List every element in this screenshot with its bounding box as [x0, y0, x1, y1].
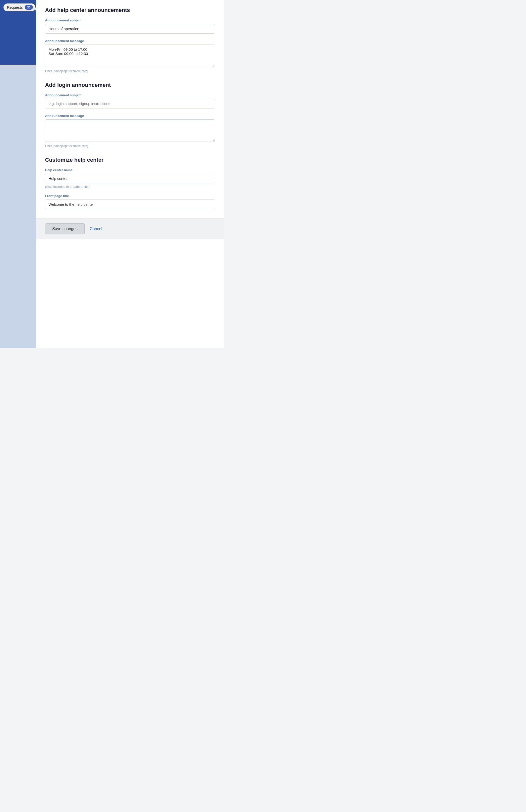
login-subject-field-group: Announcement subject — [45, 93, 215, 108]
requests-count-badge: 30 — [25, 5, 33, 10]
front-page-title-field-group: Front page title — [45, 194, 215, 209]
help-center-subject-field-group: Announcement subject — [45, 18, 215, 33]
help-center-message-label: Announcement message — [45, 39, 215, 43]
requests-label: Requests — [7, 5, 23, 10]
footer-bar: Save changes Cancel — [36, 218, 224, 239]
login-message-textarea[interactable] — [45, 119, 215, 142]
login-subject-label: Announcement subject — [45, 93, 215, 97]
save-changes-button[interactable]: Save changes — [45, 223, 85, 234]
requests-button[interactable]: Requests 30 — [3, 3, 35, 11]
sidebar: Requests 30 🦊 — [0, 0, 36, 348]
main-content: Add help center announcements Announceme… — [36, 0, 224, 348]
login-message-field-group: Announcement message Links [name|http://… — [45, 114, 215, 148]
help-center-name-input[interactable] — [45, 174, 215, 183]
front-page-title-label: Front page title — [45, 194, 215, 198]
help-center-links-hint: Links [name|http://example.com] — [45, 69, 215, 73]
help-center-announcements-section: Add help center announcements Announceme… — [45, 7, 215, 73]
breadcrumb-hint: (Also included in breadcrumbs) — [45, 185, 215, 189]
help-center-message-textarea[interactable]: Mon-Fri: 09:00 to 17:00 Sat-Sun: 09:00 t… — [45, 45, 215, 67]
login-links-hint: Links [name|http://example.com] — [45, 144, 215, 148]
login-announcement-title: Add login announcement — [45, 82, 215, 88]
customize-help-center-title: Customize help center — [45, 157, 215, 163]
login-announcement-section: Add login announcement Announcement subj… — [45, 82, 215, 148]
cancel-button[interactable]: Cancel — [90, 227, 102, 231]
sidebar-bottom — [0, 65, 36, 348]
help-center-announcements-title: Add help center announcements — [45, 7, 215, 13]
login-message-label: Announcement message — [45, 114, 215, 118]
login-subject-input[interactable] — [45, 99, 215, 108]
front-page-title-input[interactable] — [45, 200, 215, 209]
help-center-subject-input[interactable] — [45, 24, 215, 33]
customize-help-center-section: Customize help center Help center name (… — [45, 157, 215, 209]
help-center-name-field-group: Help center name (Also included in bread… — [45, 168, 215, 189]
help-center-subject-label: Announcement subject — [45, 18, 215, 22]
help-center-name-label: Help center name — [45, 168, 215, 172]
help-center-message-field-group: Announcement message Mon-Fri: 09:00 to 1… — [45, 39, 215, 73]
sidebar-top: Requests 30 🦊 — [0, 0, 36, 65]
